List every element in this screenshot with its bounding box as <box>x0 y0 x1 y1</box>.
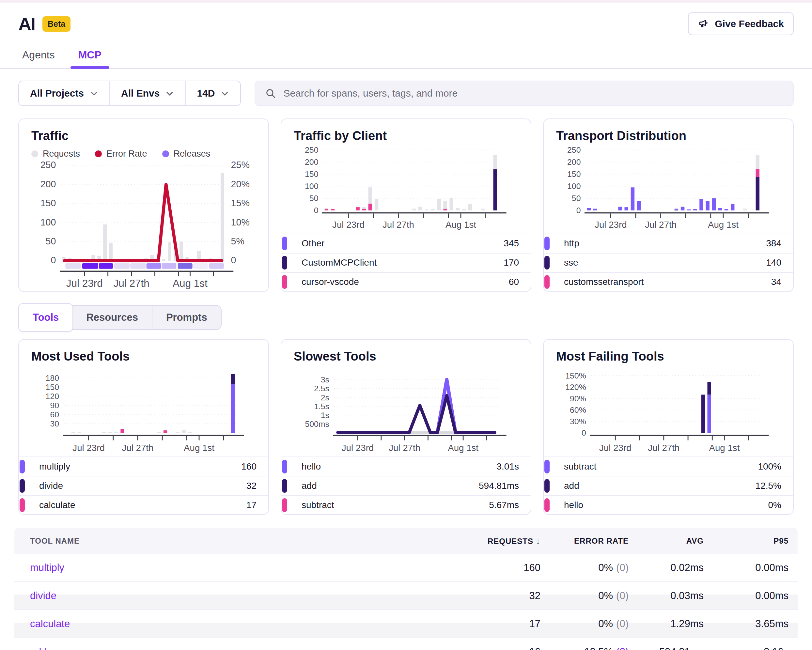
tools-table: TOOL NAME REQUESTS↓ ERROR RATE AVG P95 m… <box>14 528 798 650</box>
legend-row-subtract[interactable]: subtract5.67ms <box>281 495 531 514</box>
svg-text:10%: 10% <box>231 217 250 227</box>
p95-cell: 3.65ms <box>704 618 789 630</box>
legend-label: Other <box>302 238 324 249</box>
svg-text:3s: 3s <box>321 375 329 384</box>
svg-text:150%: 150% <box>565 371 586 380</box>
col-p95[interactable]: P95 <box>704 536 789 546</box>
error-count: (0) <box>616 618 629 629</box>
legend-item-releases[interactable]: Releases <box>162 149 211 159</box>
error-count: (0) <box>616 590 629 601</box>
project-filter-label: All Projects <box>30 88 84 99</box>
svg-text:180: 180 <box>46 373 59 382</box>
legend-row-http[interactable]: http384 <box>544 233 793 253</box>
col-requests[interactable]: REQUESTS↓ <box>443 536 540 546</box>
legend-value: 12.5% <box>756 481 781 491</box>
give-feedback-button[interactable]: Give Feedback <box>688 12 794 35</box>
legend-item-requests[interactable]: Requests <box>31 149 80 159</box>
series-color-swatch <box>20 479 25 493</box>
legend-row-other[interactable]: Other345 <box>281 233 531 253</box>
legend-label: CustomMCPClient <box>302 258 377 268</box>
legend-value: 345 <box>504 238 519 249</box>
search-input[interactable] <box>283 88 783 99</box>
tool-link[interactable]: calculate <box>30 618 70 629</box>
entity-tabs-wrap: Tools Resources Prompts <box>18 305 794 330</box>
svg-text:Jul 23rd: Jul 23rd <box>599 443 632 453</box>
beta-badge: Beta <box>43 16 70 32</box>
legend-value: 0% <box>768 500 781 510</box>
filter-row: All Projects All Envs 14D <box>18 81 794 106</box>
traffic-by-client-title: Traffic by Client <box>294 129 518 143</box>
sort-desc-icon: ↓ <box>536 536 540 546</box>
client-legend-rows: Other345CustomMCPClient170cursor-vscode6… <box>281 233 531 291</box>
traffic-by-client-chart[interactable]: 050100150200250Jul 23rdJul 27thAug 1st <box>294 145 518 231</box>
tab-mcp[interactable]: MCP <box>75 45 105 68</box>
legend-row-custommcpclient[interactable]: CustomMCPClient170 <box>281 253 531 272</box>
tab-resources[interactable]: Resources <box>72 306 152 329</box>
col-avg[interactable]: AVG <box>629 536 704 546</box>
series-color-swatch <box>282 460 287 473</box>
svg-text:30: 30 <box>50 419 59 428</box>
tab-prompts[interactable]: Prompts <box>152 306 221 329</box>
error-count: (2) <box>616 646 629 650</box>
series-color-swatch <box>282 479 287 493</box>
legend-row-add[interactable]: add12.5% <box>544 476 793 495</box>
tool-link[interactable]: divide <box>30 590 56 601</box>
traffic-card-title: Traffic <box>31 129 256 143</box>
legend-value: 5.67ms <box>489 500 519 510</box>
col-error-rate[interactable]: ERROR RATE <box>540 536 629 546</box>
requests-cell: 32 <box>443 590 540 602</box>
most-failing-tools-chart[interactable]: 030%60%90%120%150%Jul 23rdJul 27thAug 1s… <box>556 366 781 454</box>
avg-cell: 0.02ms <box>629 562 704 574</box>
project-filter-dropdown[interactable]: All Projects <box>19 81 110 105</box>
legend-label: calculate <box>39 500 75 510</box>
svg-text:0: 0 <box>576 206 581 215</box>
table-row-divide: divide320%(0)0.03ms0.00ms <box>14 582 798 610</box>
env-filter-dropdown[interactable]: All Envs <box>110 81 186 105</box>
svg-text:120%: 120% <box>565 382 586 391</box>
svg-text:250: 250 <box>40 162 56 170</box>
transport-distribution-chart[interactable]: 050100150200250Jul 23rdJul 27thAug 1st <box>556 145 781 231</box>
legend-row-hello[interactable]: hello3.01s <box>281 456 531 476</box>
tool-link[interactable]: multiply <box>30 562 64 573</box>
tool-link[interactable]: add <box>30 646 47 650</box>
transport-distribution-card: Transport Distribution 050100150200250Ju… <box>543 119 794 292</box>
tools-table-header: TOOL NAME REQUESTS↓ ERROR RATE AVG P95 <box>14 528 798 554</box>
p95-cell: 3.16s <box>704 646 789 650</box>
svg-text:Jul 27th: Jul 27th <box>648 443 679 453</box>
most-used-tools-chart[interactable]: 306090120150180Jul 23rdJul 27thAug 1st <box>31 366 256 454</box>
svg-text:Aug 1st: Aug 1st <box>448 443 478 453</box>
chevron-down-icon <box>90 89 98 98</box>
svg-text:250: 250 <box>567 145 581 154</box>
tools-cards-row: Most Used Tools 306090120150180Jul 23rdJ… <box>18 339 794 515</box>
legend-row-sse[interactable]: sse140 <box>544 253 793 272</box>
svg-text:Aug 1st: Aug 1st <box>172 277 208 289</box>
legend-row-cursor-vscode[interactable]: cursor-vscode60 <box>281 272 531 291</box>
svg-text:5%: 5% <box>231 236 244 246</box>
search-icon <box>265 88 276 99</box>
legend-row-calculate[interactable]: calculate17 <box>19 495 268 514</box>
legend-item-error-rate[interactable]: Error Rate <box>95 149 147 159</box>
legend-label: subtract <box>302 500 334 510</box>
date-range-dropdown[interactable]: 14D <box>186 81 240 105</box>
error-count: (0) <box>616 562 629 573</box>
legend-row-add[interactable]: add594.81ms <box>281 476 531 495</box>
legend-row-hello[interactable]: hello0% <box>544 495 793 514</box>
tab-tools[interactable]: Tools <box>18 303 73 332</box>
traffic-chart[interactable]: 05010015020025005%10%15%20%25%Jul 23rdJu… <box>31 162 256 290</box>
legend-row-multiply[interactable]: multiply160 <box>19 456 268 476</box>
env-filter-label: All Envs <box>121 88 160 99</box>
legend-row-divide[interactable]: divide32 <box>19 476 268 495</box>
avg-cell: 1.29ms <box>629 618 704 630</box>
requests-cell: 17 <box>443 618 540 630</box>
series-color-swatch <box>544 460 549 473</box>
page-root: AI Beta Give Feedback Agents MCP All Pro… <box>0 3 812 650</box>
avg-cell: 594.81ms <box>629 646 704 650</box>
legend-row-customssetransport[interactable]: customssetransport34 <box>544 272 793 291</box>
legend-row-subtract[interactable]: subtract100% <box>544 456 793 476</box>
svg-text:2.5s: 2.5s <box>314 384 329 393</box>
tab-agents[interactable]: Agents <box>19 45 58 68</box>
slowest-tools-chart[interactable]: 500ms1s1.5s2s2.5s3sJul 23rdJul 27thAug 1… <box>294 366 518 454</box>
tools-table-body: multiply1600%(0)0.02ms0.00msdivide320%(0… <box>14 554 798 650</box>
slowest-legend-rows: hello3.01sadd594.81mssubtract5.67ms <box>281 456 531 514</box>
svg-text:20%: 20% <box>231 179 250 189</box>
